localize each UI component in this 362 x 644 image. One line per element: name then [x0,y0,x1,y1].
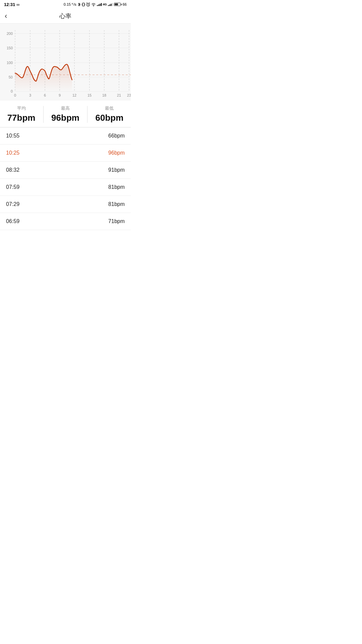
svg-text:23: 23 [127,93,131,97]
svg-text:9: 9 [59,93,61,97]
svg-text:15: 15 [87,93,92,97]
bluetooth-icon [77,2,81,7]
stat-divider-1 [43,106,44,123]
status-left: 12:31 ∞ [4,2,20,7]
list-bpm: 91bpm [108,167,125,173]
svg-text:0: 0 [14,93,16,97]
svg-rect-0 [82,3,84,6]
list-bpm: 81bpm [108,201,125,207]
stat-min-value: 60bpm [96,113,124,123]
svg-text:100: 100 [7,61,13,65]
battery-icon [114,3,122,6]
svg-line-5 [88,5,89,5]
list-time: 06:59 [6,218,19,224]
status-right: 0.15 ᴷ/s [64,2,127,7]
svg-line-6 [86,2,87,3]
header: ‹ 心率 [0,9,131,23]
svg-text:50: 50 [9,75,13,79]
stats-row: 平均 77bpm 最高 96bpm 最低 60bpm [0,101,131,127]
list-time: 08:32 [6,167,19,173]
stat-max-label: 最高 [61,105,70,111]
list-bpm: 81bpm [108,184,125,190]
infinity-icon: ∞ [16,2,19,7]
list-item[interactable]: 10:2596bpm [0,145,131,162]
list-bpm: 66bpm [108,133,125,139]
svg-text:21: 21 [117,93,121,97]
page-title: 心率 [59,12,71,20]
list-time: 10:55 [6,133,19,139]
stat-max: 最高 96bpm [51,105,79,123]
battery-level: 66 [123,2,127,6]
stat-divider-2 [87,106,87,123]
list-item[interactable]: 10:5566bpm [0,127,131,145]
alarm-icon [86,2,90,7]
4g-label: 4G [103,3,107,6]
status-time: 12:31 [4,2,15,7]
list-time: 07:29 [6,201,19,207]
svg-text:6: 6 [44,93,46,97]
svg-text:12: 12 [72,93,76,97]
list-item[interactable]: 07:5981bpm [0,179,131,196]
svg-text:150: 150 [7,46,13,50]
list-item[interactable]: 06:5971bpm [0,213,131,230]
stat-min-label: 最低 [105,105,114,111]
list-time: 07:59 [6,184,19,190]
svg-text:0: 0 [11,89,13,93]
list-item[interactable]: 08:3291bpm [0,162,131,179]
svg-text:18: 18 [102,93,106,97]
heart-rate-chart: 200 150 100 50 0 0 3 6 9 12 15 18 21 23 [0,27,131,97]
vibrate-icon [82,2,85,7]
list-item[interactable]: 07:2981bpm [0,196,131,213]
signal-bars-1 [97,3,102,6]
stat-average-label: 平均 [17,105,26,111]
svg-line-7 [89,2,90,3]
stat-average: 平均 77bpm [7,105,36,123]
wifi-icon [91,3,96,6]
records-list: 10:5566bpm10:2596bpm08:3291bpm07:5981bpm… [0,127,131,230]
list-time: 10:25 [6,150,19,156]
svg-text:200: 200 [7,32,13,36]
data-speed: 0.15 ᴷ/s [64,2,76,7]
chart-inner: 200 150 100 50 0 0 3 6 9 12 15 18 21 23 [0,27,131,97]
status-bar: 12:31 ∞ 0.15 ᴷ/s [0,0,131,9]
chart-container: 200 150 100 50 0 0 3 6 9 12 15 18 21 23 [0,23,131,101]
back-button[interactable]: ‹ [5,12,7,20]
list-bpm: 71bpm [108,218,125,224]
svg-text:3: 3 [29,93,31,97]
signal-bars-2 [108,3,113,6]
stat-max-value: 96bpm [51,113,79,123]
stat-min: 最低 60bpm [96,105,124,123]
stat-average-value: 77bpm [7,113,36,123]
list-bpm: 96bpm [108,150,125,156]
